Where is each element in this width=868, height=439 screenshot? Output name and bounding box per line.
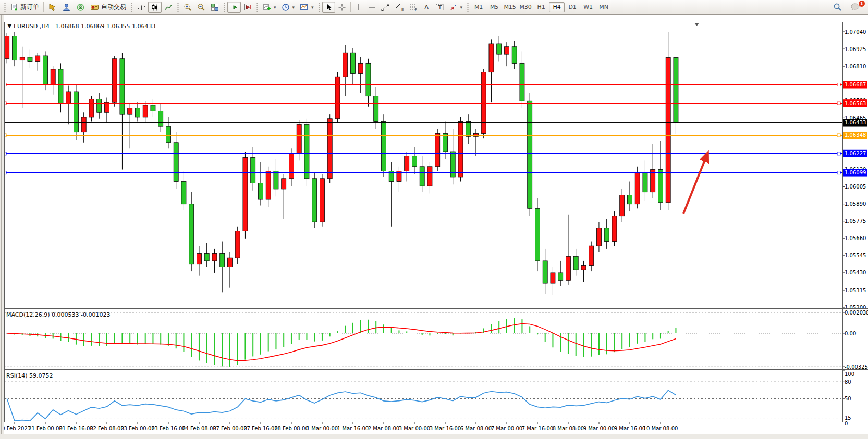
fibonacci-icon: F	[409, 3, 418, 11]
price-axis-label: 1.06810	[845, 64, 866, 69]
zoom-in-button[interactable]	[181, 2, 194, 13]
toolbar-grip[interactable]	[130, 2, 133, 12]
signals-button[interactable]	[74, 2, 88, 13]
horizontal-line-button[interactable]	[365, 2, 378, 13]
line-anchor[interactable]	[837, 171, 840, 174]
auto-trading-label: 自动交易	[101, 3, 126, 11]
chart-shift-button[interactable]	[241, 2, 254, 13]
trendline-icon	[381, 3, 389, 11]
notifications-button[interactable]: 1	[848, 2, 863, 13]
text-label-button[interactable]: T	[433, 2, 447, 13]
price-axis-label: 1.06925	[845, 46, 866, 52]
candle	[320, 174, 324, 227]
bar-chart-button[interactable]	[135, 2, 148, 13]
macd-axis-label: -0.003256	[845, 364, 868, 370]
toolbar-grip[interactable]	[223, 2, 226, 12]
time-axis-label: 28 Feb 08:00	[274, 425, 309, 431]
accounts-button[interactable]	[59, 2, 74, 13]
candle	[535, 198, 540, 271]
timeframe-m15[interactable]: M15	[502, 2, 518, 12]
tile-windows-button[interactable]	[208, 2, 222, 13]
time-axis-label: 6 Mar 08:00	[460, 425, 492, 431]
timeframe-group: M1M5M15M30H1H4D1W1MN	[471, 2, 612, 12]
crosshair-button[interactable]	[335, 2, 349, 13]
symbol-dropdown-icon[interactable]: ▼	[7, 22, 12, 29]
candle	[5, 33, 9, 64]
time-axis-label: 1 Mar 00:00	[307, 425, 338, 431]
arrows-icon	[449, 3, 458, 11]
time-axis-label: 1 Mar 16:00	[337, 425, 369, 431]
candlestick-chart-button[interactable]	[148, 2, 162, 13]
rsi-axis-label: 100	[845, 371, 854, 377]
timeframe-m5[interactable]: M5	[486, 2, 502, 12]
toolbar-grip[interactable]	[467, 2, 469, 12]
chevron-down-icon: ▾	[460, 5, 463, 10]
market-watch-button[interactable]	[45, 2, 59, 13]
trendline-button[interactable]	[378, 2, 392, 13]
time-axis-label: 7 Mar 16:00	[522, 425, 553, 431]
line-anchor[interactable]	[837, 102, 840, 105]
time-axis-label: 23 Feb 00:00	[120, 425, 155, 431]
timeframe-h1[interactable]: H1	[533, 2, 549, 12]
timeframe-mn[interactable]: MN	[596, 2, 612, 12]
timeframe-w1[interactable]: W1	[580, 2, 596, 12]
zoom-out-icon	[197, 3, 205, 11]
line-chart-button[interactable]	[162, 2, 175, 13]
fibonacci-button[interactable]: F	[406, 2, 420, 13]
tile-windows-icon	[211, 3, 219, 11]
vertical-line-button[interactable]	[352, 2, 365, 13]
periods-button[interactable]: ▾	[279, 2, 298, 13]
notification-badge: 1	[858, 0, 865, 7]
toolbar-grip[interactable]	[4, 2, 6, 12]
toolbar: 新订单 自动交易	[0, 0, 868, 15]
price-tag-label: 1.06433	[845, 120, 866, 126]
separator	[43, 2, 44, 12]
new-order-icon	[10, 3, 18, 11]
timeframe-h4[interactable]: H4	[549, 2, 565, 12]
line-anchor[interactable]	[837, 152, 840, 155]
toolbar-grip[interactable]	[318, 2, 321, 12]
rsi-axis-label: 0	[845, 421, 848, 427]
toolbar-grip[interactable]	[256, 2, 259, 12]
candle	[112, 56, 117, 107]
timeframe-m30[interactable]: M30	[518, 2, 533, 12]
arrows-button[interactable]: ▾	[447, 2, 466, 13]
equidistant-channel-button[interactable]: E	[392, 2, 406, 13]
chart-shift-icon	[243, 3, 252, 11]
search-button[interactable]	[830, 2, 845, 13]
line-anchor[interactable]	[837, 134, 840, 137]
indicators-button[interactable]: ▾	[260, 2, 279, 13]
cursor-button[interactable]	[322, 2, 335, 13]
time-axis-label: 24 Feb 08:00	[182, 425, 216, 431]
time-axis-label: 27 Feb 00:00	[213, 425, 247, 431]
price-axis-label: 1.05315	[845, 287, 866, 293]
timeframe-d1[interactable]: D1	[565, 2, 580, 12]
line-anchor[interactable]	[837, 83, 840, 86]
candle	[335, 72, 340, 123]
price-axis-label: 1.05430	[845, 270, 866, 275]
time-axis-label: 20 Feb 2023	[0, 425, 31, 431]
window-bottom-frame	[0, 434, 868, 439]
candle	[243, 152, 248, 239]
window-left-frame	[0, 15, 4, 439]
price-tag-label: 1.06348	[845, 132, 866, 138]
toolbar-grip[interactable]	[177, 2, 179, 12]
text-button[interactable]: A	[420, 2, 433, 13]
price-axis-label: 1.05545	[845, 253, 866, 258]
chevron-down-icon: ▾	[311, 5, 314, 10]
radar-icon	[76, 3, 85, 11]
price-axis-label: 1.06005	[845, 184, 866, 190]
separator	[350, 2, 351, 12]
new-order-button[interactable]: 新订单	[8, 2, 42, 13]
zoom-out-button[interactable]	[194, 2, 208, 13]
auto-trading-button[interactable]: 自动交易	[88, 2, 129, 13]
time-axis-label: 23 Feb 16:00	[151, 425, 186, 431]
auto-scroll-button[interactable]	[227, 2, 241, 13]
text-label-icon: T	[435, 3, 444, 11]
templates-button[interactable]: ▾	[297, 2, 316, 13]
chart-canvas[interactable]: 1.070401.069251.068101.066951.065801.064…	[0, 0, 868, 439]
rsi-axis-label: 50	[845, 396, 851, 402]
timeframe-m1[interactable]: M1	[471, 2, 486, 12]
macd-axis-label: 0.00	[845, 331, 856, 336]
time-axis-label: 21 Feb 00:00	[28, 425, 63, 431]
